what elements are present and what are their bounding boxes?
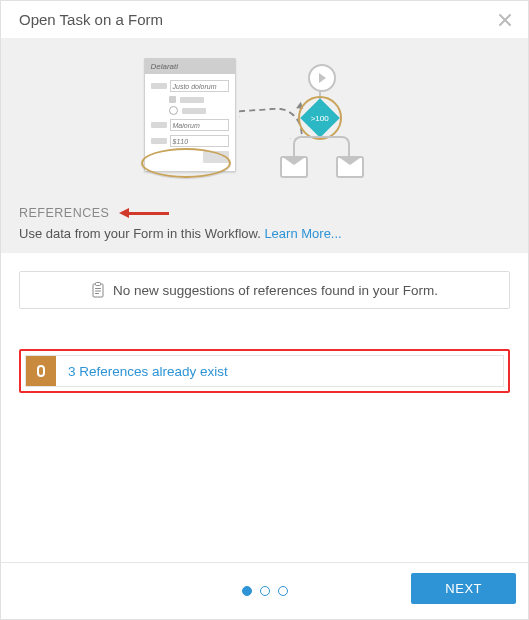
mail-node-icon (336, 156, 364, 178)
illustration-form: Delarati Justo dolorum Maiorum $110 (144, 58, 236, 172)
learn-more-link[interactable]: Learn More... (264, 226, 341, 241)
clipboard-icon (91, 282, 105, 298)
existing-references-text: 3 References already exist (56, 364, 240, 379)
close-icon[interactable] (498, 13, 512, 27)
play-node-icon (308, 64, 336, 92)
next-button[interactable]: NEXT (411, 573, 516, 604)
references-description: Use data from your Form in this Workflow… (19, 226, 510, 241)
existing-references-row[interactable]: 3 References already exist (25, 355, 504, 387)
step-dot[interactable] (260, 586, 270, 596)
references-title: REFERENCES (19, 206, 109, 220)
modal: Open Task on a Form Delarati Justo dolor… (0, 0, 529, 620)
no-suggestions-box: No new suggestions of references found i… (19, 271, 510, 309)
hero-section: Delarati Justo dolorum Maiorum $110 > (1, 38, 528, 253)
modal-header: Open Task on a Form (1, 1, 528, 38)
references-heading-row: REFERENCES (19, 206, 510, 220)
decision-node-icon: >100 (302, 100, 338, 136)
existing-references-highlight: 3 References already exist (19, 349, 510, 393)
references-icon (26, 356, 56, 386)
mail-node-icon (280, 156, 308, 178)
modal-footer: NEXT (1, 562, 528, 619)
svg-rect-1 (96, 283, 101, 286)
step-indicator (242, 586, 288, 596)
modal-body: No new suggestions of references found i… (1, 253, 528, 562)
illustration-workflow: >100 (256, 58, 386, 188)
modal-title: Open Task on a Form (19, 11, 163, 28)
step-dot[interactable] (242, 586, 252, 596)
illustration: Delarati Justo dolorum Maiorum $110 > (19, 58, 510, 188)
no-suggestions-text: No new suggestions of references found i… (113, 283, 438, 298)
annotation-arrow-icon (119, 208, 169, 218)
step-dot[interactable] (278, 586, 288, 596)
